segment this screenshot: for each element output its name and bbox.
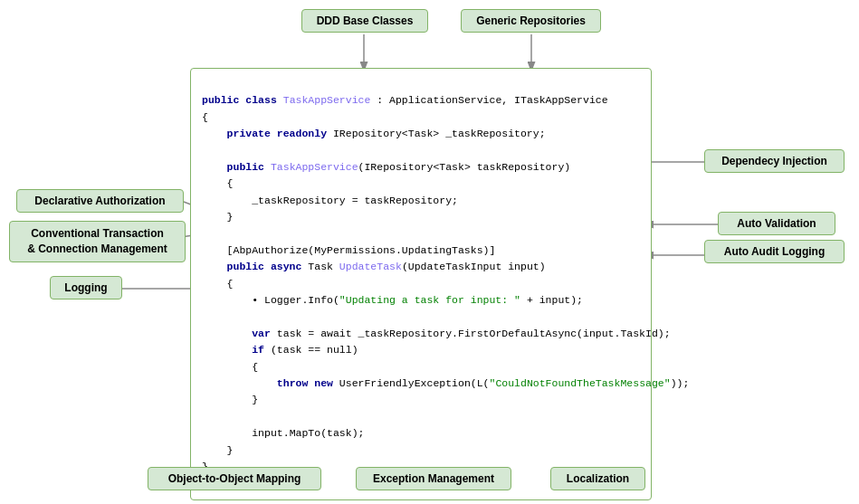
auto-audit-logging-label: Auto Audit Logging [704, 240, 845, 263]
generic-repositories-label: Generic Repositories [461, 9, 601, 33]
diagram: public class TaskAppService : Applicatio… [0, 0, 859, 504]
logging-label: Logging [50, 276, 122, 300]
declarative-authorization-label: Declarative Authorization [16, 189, 184, 213]
code-block: public class TaskAppService : Applicatio… [190, 68, 652, 500]
object-mapping-label: Object-to-Object Mapping [148, 467, 321, 490]
localization-label: Localization [550, 467, 645, 490]
exception-management-label: Exception Management [356, 467, 511, 490]
ddd-base-classes-label: DDD Base Classes [301, 9, 428, 33]
conventional-transaction-label: Conventional Transaction& Connection Man… [9, 221, 186, 262]
dependency-injection-label: Dependecy Injection [704, 149, 845, 173]
auto-validation-label: Auto Validation [718, 212, 835, 235]
